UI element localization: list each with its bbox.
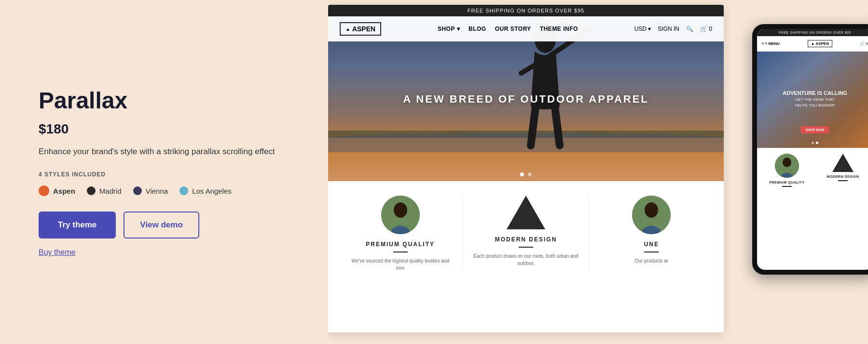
buy-theme-link[interactable]: Buy theme (39, 248, 289, 257)
theme-title: Parallax (39, 87, 289, 114)
mobile-logo-text: ASPEN (815, 41, 829, 46)
nav-blog[interactable]: BLOG (468, 26, 486, 32)
feature-divider-3 (644, 251, 659, 252)
losangeles-label: Los Angeles (192, 187, 232, 195)
mobile-screen: FREE SHIPPING ON ORDERS OVER $95 ≡ ≡ MEN… (757, 29, 868, 270)
mobile-feature-divider-1 (782, 186, 792, 187)
mobile-dot-2[interactable] (816, 142, 818, 144)
hero-dot-1[interactable] (520, 172, 524, 176)
vienna-label: Vienna (146, 187, 168, 195)
mobile-dot-1[interactable] (812, 142, 814, 144)
madrid-dot (87, 186, 96, 195)
desktop-topbar: FREE SHIPPING ON ORDERS OVER $95 (328, 5, 724, 16)
feature-divider-1 (393, 251, 408, 252)
feature-premium-quality: PREMIUM QUALITY We've sourced the highes… (338, 196, 463, 272)
style-option-madrid[interactable]: Madrid (87, 186, 122, 195)
madrid-label: Madrid (99, 187, 122, 195)
nav-usd[interactable]: USD ▾ (634, 26, 651, 32)
mobile-hero: ADVENTURE IS CALLING GET THE GEAR THATHE… (757, 52, 868, 148)
losangeles-dot (179, 186, 188, 195)
hamburger-icon: ≡ (762, 41, 764, 46)
mobile-person-svg (775, 154, 799, 178)
nav-shop[interactable]: SHOP ▾ (438, 26, 460, 32)
feature-une: UNE Our products ar (589, 196, 714, 272)
mobile-topbar: FREE SHIPPING ON ORDERS OVER $95 (757, 29, 868, 36)
desktop-logo: ▲ ASPEN (340, 22, 381, 36)
mobile-mountain-icon (832, 154, 854, 172)
feature-title-2: MODERN DESIGN (473, 236, 579, 243)
menu-text: ≡ MENU (765, 41, 780, 46)
feature-text-2: Each product draws on our roots, both ur… (473, 252, 579, 267)
feature-title-3: UNE (599, 241, 704, 248)
mobile-hero-title: ADVENTURE IS CALLING (783, 90, 847, 97)
style-option-vienna[interactable]: Vienna (133, 186, 168, 195)
logo-triangle: ▲ (345, 26, 350, 32)
theme-price: $180 (39, 121, 289, 137)
right-panel: FREE SHIPPING ON ORDERS OVER $95 ▲ ASPEN… (328, 0, 868, 344)
mobile-feature-divider-2 (838, 180, 848, 181)
mobile-feature-title-2: MODERN DESIGN (817, 175, 868, 178)
mobile-feature-title-1: PREMIUM QUALITY (761, 181, 813, 184)
style-option-aspen[interactable]: Aspen (39, 185, 75, 196)
mobile-hero-dots (812, 142, 818, 144)
vienna-dot (133, 186, 142, 195)
nav-our-story[interactable]: OUR STORY (495, 26, 531, 32)
desktop-nav-right: USD ▾ SIGN IN 🔍 🛒 0 (634, 26, 712, 32)
feature-divider-2 (519, 247, 533, 248)
mobile-hero-subtext: GET THE GEAR THATHELPS YOU ANSWER (783, 97, 847, 108)
desktop-hero: A NEW BREED OF OUTDOOR APPAREL (328, 17, 724, 181)
feature-title-1: PREMIUM QUALITY (347, 241, 453, 248)
mobile-logo-triangle: ▲ (811, 41, 815, 46)
theme-description: Enhance your brand's style with a striki… (39, 146, 280, 158)
feature-text-3: Our products ar (599, 257, 704, 265)
mobile-nav: ≡ ≡ MENU ▲ ASPEN 🛒 0 (757, 36, 868, 52)
desktop-preview: FREE SHIPPING ON ORDERS OVER $95 ▲ ASPEN… (328, 5, 724, 332)
feature-circle-3 (632, 196, 671, 234)
hero-dots (520, 172, 532, 176)
mobile-hero-text: ADVENTURE IS CALLING GET THE GEAR THATHE… (783, 90, 847, 108)
feature-text-1: We've sourced the highest quality textil… (347, 257, 453, 272)
mobile-feature-1: PREMIUM QUALITY (761, 154, 813, 187)
mobile-menu-label[interactable]: ≡ ≡ MENU (762, 41, 780, 46)
desktop-nav-links: SHOP ▾ BLOG OUR STORY THEME INFO (438, 26, 578, 32)
style-options: Aspen Madrid Vienna Los Angeles (39, 185, 289, 196)
style-option-los-angeles[interactable]: Los Angeles (179, 186, 232, 195)
nav-theme-info[interactable]: THEME INFO (540, 26, 578, 32)
nav-sign-in[interactable]: SIGN IN (658, 26, 679, 32)
left-panel: Parallax $180 Enhance your brand's style… (0, 0, 328, 344)
svg-point-8 (783, 158, 791, 167)
hero-background: A NEW BREED OF OUTDOOR APPAREL (328, 17, 724, 181)
aspen-label: Aspen (53, 187, 75, 195)
action-buttons: Try theme View demo (39, 212, 289, 238)
mobile-feature-2: MODERN DESIGN (817, 154, 868, 187)
svg-point-6 (645, 202, 658, 218)
logo-text: ASPEN (352, 25, 375, 33)
search-icon[interactable]: 🔍 (686, 26, 693, 32)
cart-icon[interactable]: 🛒 0 (700, 26, 712, 32)
person-circle-svg (381, 196, 420, 234)
mobile-features: PREMIUM QUALITY MODERN DESIGN (757, 148, 868, 187)
mobile-shop-now-badge[interactable]: SHOP NOW (801, 126, 829, 133)
styles-label: 4 STYLES INCLUDED (39, 171, 289, 178)
hero-dot-2[interactable] (528, 172, 532, 176)
mountain-triangle-icon (507, 196, 545, 229)
svg-point-4 (394, 202, 407, 218)
aspen-dot (39, 185, 49, 196)
feature-circle-1 (381, 196, 420, 234)
hero-text: A NEW BREED OF OUTDOOR APPAREL (403, 93, 649, 106)
mobile-feature-circle-1 (775, 154, 799, 178)
feature-modern-design: MODERN DESIGN Each product draws on our … (463, 196, 589, 272)
mobile-cart-icon[interactable]: 🛒 0 (860, 41, 868, 46)
desktop-nav: ▲ ASPEN SHOP ▾ BLOG OUR STORY THEME INFO… (328, 16, 724, 41)
mobile-logo: ▲ ASPEN (808, 40, 832, 47)
preview-container: FREE SHIPPING ON ORDERS OVER $95 ▲ ASPEN… (328, 0, 868, 344)
person-circle-svg-3 (632, 196, 671, 234)
view-demo-button[interactable]: View demo (124, 212, 199, 238)
desktop-features: PREMIUM QUALITY We've sourced the highes… (328, 181, 724, 277)
mobile-preview: FREE SHIPPING ON ORDERS OVER $95 ≡ ≡ MEN… (752, 24, 868, 275)
try-theme-button[interactable]: Try theme (39, 212, 116, 238)
